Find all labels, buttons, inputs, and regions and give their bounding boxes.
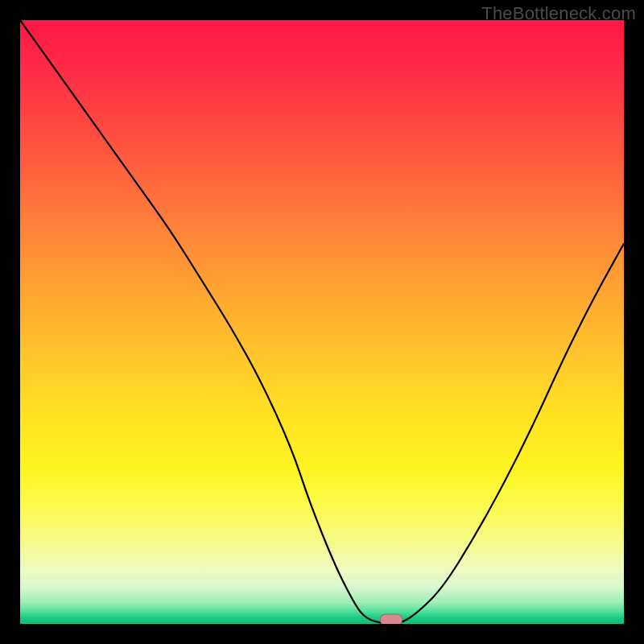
minimum-marker	[380, 614, 402, 625]
chart-container: TheBottleneck.com	[0, 0, 644, 644]
curve-svg	[20, 20, 624, 624]
bottleneck-curve	[20, 20, 624, 624]
plot-area	[20, 20, 624, 624]
watermark-text: TheBottleneck.com	[481, 3, 636, 24]
